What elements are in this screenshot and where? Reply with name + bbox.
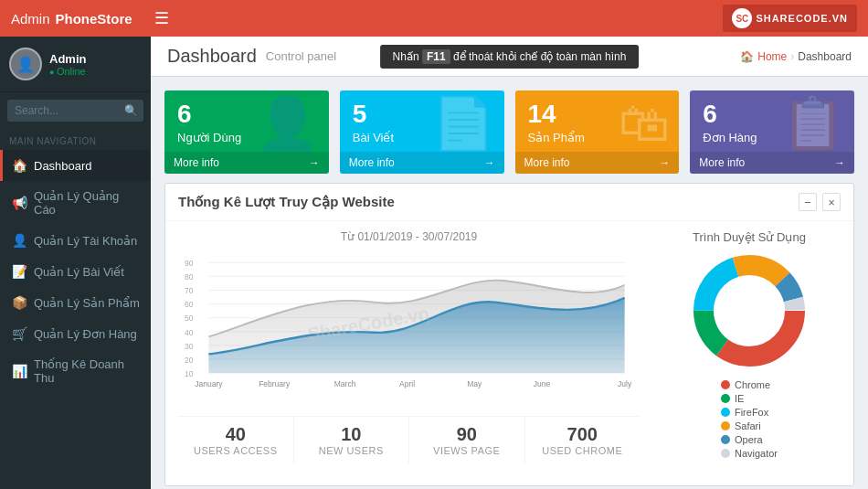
avatar: 👤 xyxy=(9,48,42,80)
chart-wrap: ShareCode.vn 90 80 70 60 50 xyxy=(178,250,640,409)
svg-text:January: January xyxy=(195,379,223,388)
donut-chart xyxy=(690,251,809,370)
svg-text:90: 90 xyxy=(185,259,194,268)
sidebar-label-ads: Quản Lý Quảng Cáo xyxy=(34,189,142,217)
ie-label: IE xyxy=(735,393,744,404)
chart-date-range: Từ 01/01/2019 - 30/07/2019 xyxy=(178,230,640,243)
stat-number-orders: 6 xyxy=(703,101,757,127)
stat-label-orders: Đơn Hàng xyxy=(703,131,757,144)
accounts-icon: 👤 xyxy=(12,233,26,248)
ads-icon: 📢 xyxy=(12,196,26,210)
posts-bg-icon: 📄 xyxy=(431,98,495,149)
products-bg-icon: 🛍 xyxy=(619,98,670,149)
breadcrumb-separator: › xyxy=(790,50,794,63)
svg-text:70: 70 xyxy=(185,286,194,295)
breadcrumb-home[interactable]: Home xyxy=(757,50,787,63)
logo-badge: SC xyxy=(732,8,752,28)
opera-label: Opera xyxy=(735,434,763,445)
search-icon: 🔍 xyxy=(124,104,138,117)
chart-main: Từ 01/01/2019 - 30/07/2019 ShareCode.vn … xyxy=(178,230,640,473)
search-input[interactable] xyxy=(7,100,143,122)
sidebar-item-ads[interactable]: 📢 Quản Lý Quảng Cáo xyxy=(0,181,151,225)
page-title: Dashboard xyxy=(167,46,257,67)
sidebar-item-accounts[interactable]: 👤 Quản Lý Tài Khoản xyxy=(0,225,151,256)
sidebar-item-posts[interactable]: 📝 Quản Lý Bài Viết xyxy=(0,256,151,287)
svg-text:50: 50 xyxy=(185,314,194,323)
sidebar-label-posts: Quản Lý Bài Viết xyxy=(34,265,124,279)
arrow-icon-orders: → xyxy=(834,156,845,169)
svg-point-31 xyxy=(717,279,781,343)
stat-number-posts: 5 xyxy=(353,101,394,127)
svg-text:July: July xyxy=(618,379,632,388)
safari-label: Safari xyxy=(735,420,761,431)
chrome-label: Chrome xyxy=(735,379,770,390)
stat-label-users: Người Dùng xyxy=(177,131,241,144)
page-subtitle: Control panel xyxy=(266,49,336,63)
stat-card-products: 14 Sản Phẩm 🛍 More info → xyxy=(515,90,680,174)
stat-number-products: 14 xyxy=(528,101,585,127)
stat-number-users: 6 xyxy=(177,101,241,127)
sidebar-label-stats: Thống Kê Doanh Thu xyxy=(34,357,142,385)
svg-text:60: 60 xyxy=(185,300,194,309)
minimize-chart-button[interactable]: − xyxy=(799,193,817,211)
sidebar-item-dashboard[interactable]: 🏠 Dashboard xyxy=(0,150,151,181)
sidebar-search-container: 🔍 xyxy=(0,92,151,129)
more-info-products[interactable]: More info → xyxy=(515,152,680,174)
donut-legend: Chrome IE FireFox xyxy=(721,379,778,462)
chart-controls: − × xyxy=(799,193,841,211)
legend-safari: Safari xyxy=(721,420,778,431)
stat-bottom-views: 90 VIEWS PAGE xyxy=(409,417,525,463)
stat-label-views: VIEWS PAGE xyxy=(409,445,524,456)
chart-body: Từ 01/01/2019 - 30/07/2019 ShareCode.vn … xyxy=(165,221,853,485)
sidebar-item-stats[interactable]: 📊 Thống Kê Doanh Thu xyxy=(0,349,151,393)
sidebar-item-products[interactable]: 📦 Quản Lý Sản Phẩm xyxy=(0,287,151,318)
orders-icon: 🛒 xyxy=(12,326,26,341)
svg-text:20: 20 xyxy=(185,356,194,365)
stats-bottom: 40 USERS ACCESS 10 NEW USERS 90 VIEWS PA… xyxy=(178,416,640,473)
navigator-dot xyxy=(721,449,730,458)
products-icon: 📦 xyxy=(12,295,26,310)
stat-num-chrome: 700 xyxy=(525,424,640,445)
sidebar-item-orders[interactable]: 🛒 Quản Lý Đơn Hàng xyxy=(0,318,151,349)
stat-card-posts: 5 Bài Viết 📄 More info → xyxy=(340,90,504,174)
sidebar-label-products: Quản Lý Sản Phẩm xyxy=(34,296,140,310)
sidebar-user: 👤 Admin Online xyxy=(0,37,151,92)
svg-text:March: March xyxy=(334,379,356,388)
legend-firefox: FireFox xyxy=(721,407,778,418)
chart-section: Thống Kê Lượt Truy Cập Website − × Từ 01… xyxy=(164,183,854,486)
firefox-dot xyxy=(721,408,730,417)
arrow-icon-posts: → xyxy=(484,156,495,169)
stats-icon: 📊 xyxy=(12,364,26,378)
orders-bg-icon: 📋 xyxy=(781,98,845,149)
f11-key: F11 xyxy=(422,49,450,64)
more-info-users[interactable]: More info → xyxy=(164,152,329,174)
opera-dot xyxy=(721,435,730,444)
sidebar-label-orders: Quản Lý Đơn Hàng xyxy=(34,327,137,341)
users-bg-icon: 👤 xyxy=(256,98,320,149)
more-info-orders[interactable]: More info → xyxy=(690,152,854,174)
hamburger-button[interactable]: ☰ xyxy=(154,8,169,28)
legend-ie: IE xyxy=(721,393,778,404)
legend-navigator: Navigator xyxy=(721,448,778,459)
svg-text:40: 40 xyxy=(185,328,194,337)
stat-bottom-chrome: 700 USED CHROME xyxy=(525,417,640,463)
stat-bottom-new-users: 10 NEW USERS xyxy=(294,417,410,463)
stat-label-products: Sản Phẩm xyxy=(528,131,585,144)
user-status: Online xyxy=(49,66,86,77)
donut-container: Chrome IE FireFox xyxy=(658,251,841,462)
svg-text:30: 30 xyxy=(185,342,194,351)
more-info-posts[interactable]: More info → xyxy=(340,152,504,174)
close-chart-button[interactable]: × xyxy=(822,193,841,211)
stat-bottom-users-access: 40 USERS ACCESS xyxy=(178,417,294,463)
stat-label-new-users: NEW USERS xyxy=(294,445,409,456)
svg-text:10: 10 xyxy=(185,369,194,378)
f11-notice: Nhấn F11 để thoát khỏi chế độ toàn màn h… xyxy=(380,45,640,69)
chart-header: Thống Kê Lượt Truy Cập Website − × xyxy=(165,184,853,221)
svg-text:April: April xyxy=(399,379,415,388)
home-icon: 🏠 xyxy=(740,50,754,63)
line-chart: 90 80 70 60 50 40 30 xyxy=(178,250,640,406)
arrow-icon-products: → xyxy=(659,156,670,169)
chart-title: Thống Kê Lượt Truy Cập Website xyxy=(178,194,395,210)
svg-text:May: May xyxy=(467,379,482,388)
stat-num-new-users: 10 xyxy=(294,424,409,445)
